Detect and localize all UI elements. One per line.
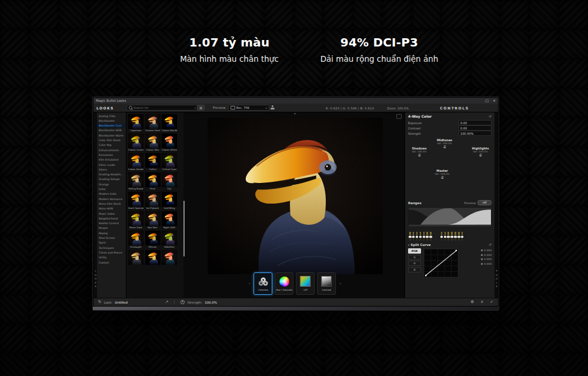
tool-chip-colorista[interactable]: Colorista xyxy=(254,272,273,295)
master-wheel[interactable]: Master Sat: 100.0% xyxy=(429,169,455,179)
sidebar-category[interactable]: Film Emulation xyxy=(97,158,126,162)
sidebar-category[interactable]: Times and Places xyxy=(97,250,126,255)
sidebar-category[interactable]: Indie xyxy=(97,187,126,191)
sidebar-category[interactable]: Blockbuster Warm xyxy=(97,133,126,138)
look-thumbnail[interactable]: Iced Wing xyxy=(162,192,177,210)
close-icon[interactable]: × xyxy=(493,99,496,102)
settings-gear-icon[interactable]: ⚙ xyxy=(470,300,474,304)
export-icon[interactable]: ↗ xyxy=(165,300,168,304)
fit-view-button[interactable] xyxy=(396,114,402,119)
curve-channel-button[interactable]: R xyxy=(408,255,421,260)
range-slider[interactable] xyxy=(445,232,446,241)
curve-grid[interactable] xyxy=(423,248,459,278)
look-thumbnail[interactable]: Pelican xyxy=(145,231,161,249)
range-slider[interactable] xyxy=(426,232,428,241)
sidebar-category[interactable]: Blockbuster HDR xyxy=(97,128,126,133)
range-slider[interactable] xyxy=(455,232,456,241)
look-thumbnail[interactable]: Final xyxy=(145,172,161,191)
look-thumbnail[interactable]: Giant Sparrow xyxy=(128,192,143,210)
ranges-graph[interactable] xyxy=(408,207,492,227)
curve-channel-button[interactable]: RGB xyxy=(408,248,421,254)
look-thumbnail[interactable]: Collins xyxy=(145,153,161,171)
left-edge-drawer[interactable]: LOOKS xyxy=(93,112,97,298)
dock-prev-icon[interactable]: ‹ xyxy=(248,282,252,286)
cancel-icon[interactable]: × xyxy=(480,300,483,304)
sidebar-category[interactable]: Spirit xyxy=(97,241,126,245)
sidebar-category[interactable]: Palette Control xyxy=(97,221,126,226)
looks-drawer-tab[interactable]: LOOKS xyxy=(93,269,97,289)
maximize-icon[interactable]: □ xyxy=(485,99,489,102)
preview-dropdown[interactable]: Rec. 709 ▾ xyxy=(228,105,269,111)
sidebar-category[interactable]: Modern Romance xyxy=(97,197,126,201)
sidebar-category[interactable]: Music Video xyxy=(97,211,126,216)
search-input[interactable] xyxy=(133,106,193,109)
range-slider[interactable] xyxy=(423,232,425,241)
reset-look-icon[interactable]: ↻ xyxy=(98,300,101,304)
range-slider[interactable] xyxy=(462,232,463,241)
look-thumbnail[interactable]: Chrome Steel xyxy=(145,114,161,132)
range-slider[interactable] xyxy=(451,232,453,241)
look-thumbnail[interactable]: Critical Cyan xyxy=(162,153,177,171)
range-slider[interactable] xyxy=(420,232,422,241)
sidebar-category[interactable]: Mono Film Stock xyxy=(97,201,126,206)
look-thumbnail[interactable]: Onslaught xyxy=(128,231,143,249)
sidebar-category[interactable]: People xyxy=(97,226,126,231)
range-slider[interactable] xyxy=(416,232,418,241)
look-thumbnail[interactable] xyxy=(128,250,143,268)
strength-dial-icon[interactable] xyxy=(181,300,185,304)
sidebar-category[interactable]: Modern Indie xyxy=(97,192,126,197)
look-thumbnail[interactable]: Classic Invasion xyxy=(128,134,143,152)
sidebar-category[interactable]: Neighborhood xyxy=(97,216,126,221)
range-slider[interactable] xyxy=(441,232,443,241)
grid-view-button[interactable]: ▦ xyxy=(197,105,205,111)
range-slider[interactable] xyxy=(430,232,432,241)
sidebar-category[interactable]: Custom xyxy=(97,260,126,265)
sidebar-category[interactable]: Shot Screen xyxy=(97,235,126,240)
reset-icon[interactable]: ↺ xyxy=(489,243,492,247)
look-thumbnail[interactable] xyxy=(162,250,177,268)
look-thumbnail[interactable]: Rebellion xyxy=(162,231,177,249)
sidebar-category[interactable]: Blockbuster xyxy=(97,118,126,123)
tool-chip-contrast[interactable]: Contrast xyxy=(318,272,336,295)
confirm-check-icon[interactable]: ✓ xyxy=(490,300,493,304)
look-thumbnail[interactable]: Cuban Zombies xyxy=(128,153,143,171)
ranges-preview-toggle[interactable]: Off xyxy=(477,200,492,205)
range-slider[interactable] xyxy=(409,232,411,241)
look-thumbnail[interactable]: Classic Blockbuster xyxy=(162,114,177,132)
parameter-value-field[interactable]: 0.00 xyxy=(459,120,492,125)
parameter-value-field[interactable]: 0.00 xyxy=(459,125,492,131)
midtones-wheel[interactable]: Midtones Sat: 100.0% xyxy=(432,138,457,148)
curve-channel-button[interactable]: G xyxy=(408,261,421,266)
scopes-drawer-handle[interactable]: ▾ xyxy=(294,112,296,115)
sidebar-category[interactable]: Filters xyxy=(97,167,126,172)
range-slider[interactable] xyxy=(413,232,415,241)
sidebar-category[interactable]: Grading Setups xyxy=(97,177,126,182)
look-thumbnail[interactable]: Ice Flyback xyxy=(145,192,161,210)
sidebar-category[interactable]: Utility xyxy=(97,255,126,260)
tool-chip-hue-saturation[interactable]: Hue / Saturation xyxy=(275,272,294,295)
sidebar-category[interactable]: Mono HDR xyxy=(97,207,126,211)
tool-chip-lut[interactable]: LUT xyxy=(296,272,315,295)
split-curve-header[interactable]: ▾ Split Curve ↺ xyxy=(408,243,492,247)
sidebar-category[interactable]: Color Film Stock xyxy=(97,138,126,142)
sidebar-category[interactable]: Techniques xyxy=(97,245,126,250)
look-thumbnail[interactable]: Fuji xyxy=(162,172,177,191)
curve-channel-button[interactable]: B xyxy=(408,267,421,272)
look-thumbnail[interactable] xyxy=(145,250,161,268)
look-thumbnail[interactable]: Classic Neo xyxy=(145,134,161,152)
sidebar-category[interactable]: Exclusives xyxy=(97,152,126,157)
sidebar-category[interactable]: Blockbuster Cool xyxy=(97,124,126,128)
tools-drawer-tab[interactable]: TOOLS xyxy=(495,269,498,289)
sidebar-category[interactable]: Analog Tribe xyxy=(97,114,126,118)
user-icon[interactable] xyxy=(270,105,275,110)
highlights-wheel[interactable]: Highlights Sat: 100.0% xyxy=(467,147,493,157)
search-box[interactable]: ▾ xyxy=(126,105,198,111)
dock-next-icon[interactable]: › xyxy=(339,282,343,286)
sidebar-category[interactable]: Filmic Looks xyxy=(97,162,126,167)
sidebar-category[interactable]: Color Pop xyxy=(97,143,126,148)
look-thumbnail[interactable]: Miami Dark xyxy=(128,211,143,229)
look-thumbnail[interactable]: Night Shift xyxy=(162,211,177,229)
reset-icon[interactable]: ↺ xyxy=(489,115,492,118)
sidebar-category[interactable]: Replay xyxy=(97,231,126,235)
shadows-wheel[interactable]: Shadows Sat: 100.0% xyxy=(406,147,432,157)
